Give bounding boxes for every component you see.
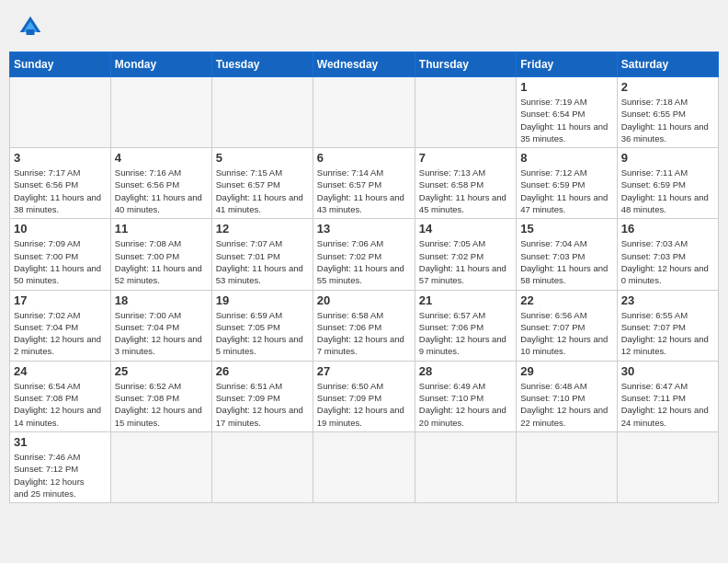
day-number: 10 xyxy=(14,222,107,236)
day-number: 29 xyxy=(520,364,612,378)
weekday-header-saturday: Saturday xyxy=(617,52,718,77)
day-info: Sunrise: 6:51 AMSunset: 7:09 PMDaylight:… xyxy=(216,380,309,429)
day-info: Sunrise: 7:13 AMSunset: 6:58 PMDaylight:… xyxy=(419,167,512,215)
calendar-cell xyxy=(313,431,415,502)
day-number: 22 xyxy=(520,293,612,307)
day-info: Sunrise: 6:56 AMSunset: 7:07 PMDaylight:… xyxy=(520,309,612,358)
calendar-cell xyxy=(211,77,313,148)
day-info: Sunrise: 7:05 AMSunset: 7:02 PMDaylight:… xyxy=(419,237,512,286)
calendar-cell: 18Sunrise: 7:00 AMSunset: 7:04 PMDayligh… xyxy=(110,290,211,361)
day-info: Sunrise: 7:06 AMSunset: 7:02 PMDaylight:… xyxy=(317,237,411,286)
day-number: 21 xyxy=(419,293,512,307)
calendar-cell xyxy=(415,431,516,502)
calendar-cell: 7Sunrise: 7:13 AMSunset: 6:58 PMDaylight… xyxy=(415,148,516,219)
day-info: Sunrise: 7:46 AMSunset: 7:12 PMDaylight:… xyxy=(14,451,107,500)
calendar-table: SundayMondayTuesdayWednesdayThursdayFrid… xyxy=(9,52,719,503)
calendar-cell: 24Sunrise: 6:54 AMSunset: 7:08 PMDayligh… xyxy=(10,361,111,431)
day-info: Sunrise: 6:55 AMSunset: 7:07 PMDaylight:… xyxy=(621,309,714,358)
calendar-cell: 3Sunrise: 7:17 AMSunset: 6:56 PMDaylight… xyxy=(10,148,111,219)
day-info: Sunrise: 7:12 AMSunset: 6:59 PMDaylight:… xyxy=(520,167,612,215)
day-info: Sunrise: 7:15 AMSunset: 6:57 PMDaylight:… xyxy=(216,167,309,215)
day-number: 1 xyxy=(520,80,612,94)
calendar-cell: 9Sunrise: 7:11 AMSunset: 6:59 PMDaylight… xyxy=(617,148,718,219)
day-number: 5 xyxy=(216,151,309,165)
calendar-cell xyxy=(211,431,313,502)
day-info: Sunrise: 6:52 AMSunset: 7:08 PMDaylight:… xyxy=(115,380,208,429)
calendar-cell xyxy=(415,77,516,148)
calendar-cell: 10Sunrise: 7:09 AMSunset: 7:00 PMDayligh… xyxy=(10,219,111,290)
calendar-cell: 17Sunrise: 7:02 AMSunset: 7:04 PMDayligh… xyxy=(10,290,111,361)
calendar-cell xyxy=(10,77,111,148)
day-number: 31 xyxy=(14,435,107,449)
calendar-cell: 19Sunrise: 6:59 AMSunset: 7:05 PMDayligh… xyxy=(211,290,313,361)
day-number: 2 xyxy=(621,80,714,94)
day-info: Sunrise: 6:50 AMSunset: 7:09 PMDaylight:… xyxy=(317,380,411,429)
day-number: 8 xyxy=(520,151,612,165)
calendar-cell: 30Sunrise: 6:47 AMSunset: 7:11 PMDayligh… xyxy=(617,361,718,431)
day-number: 25 xyxy=(115,364,208,378)
calendar-cell: 26Sunrise: 6:51 AMSunset: 7:09 PMDayligh… xyxy=(211,361,313,431)
day-number: 28 xyxy=(419,364,512,378)
calendar-week-row: 10Sunrise: 7:09 AMSunset: 7:00 PMDayligh… xyxy=(10,219,719,290)
weekday-header-row: SundayMondayTuesdayWednesdayThursdayFrid… xyxy=(10,52,719,77)
day-info: Sunrise: 7:08 AMSunset: 7:00 PMDaylight:… xyxy=(115,237,208,286)
day-number: 20 xyxy=(317,293,411,307)
calendar-week-row: 1Sunrise: 7:19 AMSunset: 6:54 PMDaylight… xyxy=(10,77,719,148)
calendar-cell: 14Sunrise: 7:05 AMSunset: 7:02 PMDayligh… xyxy=(415,219,516,290)
day-info: Sunrise: 7:16 AMSunset: 6:56 PMDaylight:… xyxy=(115,167,208,215)
calendar-cell: 11Sunrise: 7:08 AMSunset: 7:00 PMDayligh… xyxy=(110,219,211,290)
calendar-cell xyxy=(617,431,718,502)
calendar-cell xyxy=(110,77,211,148)
day-number: 24 xyxy=(14,364,107,378)
weekday-header-wednesday: Wednesday xyxy=(313,52,415,77)
calendar-week-row: 24Sunrise: 6:54 AMSunset: 7:08 PMDayligh… xyxy=(10,361,719,431)
day-info: Sunrise: 7:17 AMSunset: 6:56 PMDaylight:… xyxy=(14,167,107,215)
day-info: Sunrise: 7:04 AMSunset: 7:03 PMDaylight:… xyxy=(520,237,612,286)
calendar-cell: 16Sunrise: 7:03 AMSunset: 7:03 PMDayligh… xyxy=(617,219,718,290)
calendar-cell: 13Sunrise: 7:06 AMSunset: 7:02 PMDayligh… xyxy=(313,219,415,290)
calendar-cell: 27Sunrise: 6:50 AMSunset: 7:09 PMDayligh… xyxy=(313,361,415,431)
day-number: 19 xyxy=(216,293,309,307)
day-info: Sunrise: 7:14 AMSunset: 6:57 PMDaylight:… xyxy=(317,167,411,215)
weekday-header-monday: Monday xyxy=(110,52,211,77)
day-number: 3 xyxy=(14,151,107,165)
calendar-cell: 29Sunrise: 6:48 AMSunset: 7:10 PMDayligh… xyxy=(517,361,617,431)
day-info: Sunrise: 6:47 AMSunset: 7:11 PMDaylight:… xyxy=(621,380,714,429)
day-number: 30 xyxy=(621,364,714,378)
day-info: Sunrise: 7:19 AMSunset: 6:54 PMDaylight:… xyxy=(520,96,612,144)
day-number: 16 xyxy=(621,222,714,236)
day-number: 6 xyxy=(317,151,411,165)
logo xyxy=(17,13,48,40)
svg-rect-2 xyxy=(27,29,35,35)
page: SundayMondayTuesdayWednesdayThursdayFrid… xyxy=(0,0,728,512)
calendar-cell: 31Sunrise: 7:46 AMSunset: 7:12 PMDayligh… xyxy=(10,431,111,502)
calendar-week-row: 31Sunrise: 7:46 AMSunset: 7:12 PMDayligh… xyxy=(10,431,719,502)
day-info: Sunrise: 7:18 AMSunset: 6:55 PMDaylight:… xyxy=(621,96,714,144)
calendar-cell: 6Sunrise: 7:14 AMSunset: 6:57 PMDaylight… xyxy=(313,148,415,219)
calendar-cell: 1Sunrise: 7:19 AMSunset: 6:54 PMDaylight… xyxy=(517,77,617,148)
day-info: Sunrise: 7:00 AMSunset: 7:04 PMDaylight:… xyxy=(115,309,208,358)
day-number: 23 xyxy=(621,293,714,307)
calendar-week-row: 17Sunrise: 7:02 AMSunset: 7:04 PMDayligh… xyxy=(10,290,719,361)
calendar-cell: 21Sunrise: 6:57 AMSunset: 7:06 PMDayligh… xyxy=(415,290,516,361)
calendar-cell xyxy=(110,431,211,502)
day-info: Sunrise: 7:07 AMSunset: 7:01 PMDaylight:… xyxy=(216,237,309,286)
calendar-cell: 25Sunrise: 6:52 AMSunset: 7:08 PMDayligh… xyxy=(110,361,211,431)
day-number: 13 xyxy=(317,222,411,236)
calendar-cell: 8Sunrise: 7:12 AMSunset: 6:59 PMDaylight… xyxy=(517,148,617,219)
day-info: Sunrise: 6:49 AMSunset: 7:10 PMDaylight:… xyxy=(419,380,512,429)
day-number: 7 xyxy=(419,151,512,165)
weekday-header-friday: Friday xyxy=(517,52,617,77)
day-number: 26 xyxy=(216,364,309,378)
weekday-header-thursday: Thursday xyxy=(415,52,516,77)
day-info: Sunrise: 6:48 AMSunset: 7:10 PMDaylight:… xyxy=(520,380,612,429)
day-info: Sunrise: 6:57 AMSunset: 7:06 PMDaylight:… xyxy=(419,309,512,358)
day-number: 4 xyxy=(115,151,208,165)
day-number: 12 xyxy=(216,222,309,236)
calendar-cell: 5Sunrise: 7:15 AMSunset: 6:57 PMDaylight… xyxy=(211,148,313,219)
day-number: 17 xyxy=(14,293,107,307)
calendar-cell: 22Sunrise: 6:56 AMSunset: 7:07 PMDayligh… xyxy=(517,290,617,361)
weekday-header-sunday: Sunday xyxy=(10,52,111,77)
day-info: Sunrise: 7:11 AMSunset: 6:59 PMDaylight:… xyxy=(621,167,714,215)
calendar-cell: 2Sunrise: 7:18 AMSunset: 6:55 PMDaylight… xyxy=(617,77,718,148)
